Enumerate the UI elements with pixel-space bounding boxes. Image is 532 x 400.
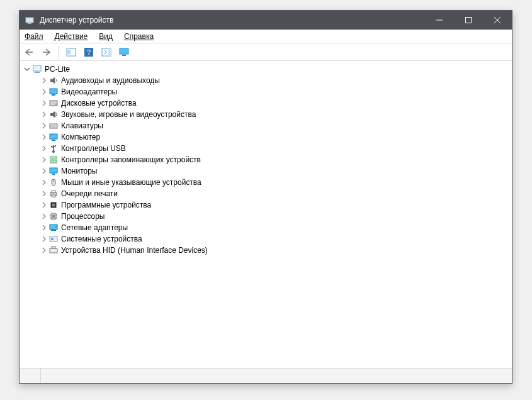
chevron-right-icon[interactable] — [40, 225, 48, 231]
category-label[interactable]: Сетевые адаптеры — [61, 223, 128, 232]
svg-rect-17 — [52, 94, 55, 96]
category-label[interactable]: Клавиатуры — [61, 121, 103, 130]
minimize-button[interactable] — [425, 11, 454, 30]
maximize-button[interactable] — [454, 11, 483, 30]
category-label[interactable]: Дисковые устройства — [61, 99, 137, 108]
category-label[interactable]: Очереди печати — [61, 189, 118, 198]
svg-rect-12 — [120, 48, 128, 54]
svg-rect-29 — [55, 145, 56, 147]
svg-point-26 — [52, 150, 55, 153]
chevron-right-icon[interactable] — [40, 168, 48, 174]
category-label[interactable]: Мониторы — [61, 167, 97, 175]
scan-hardware-button[interactable] — [99, 45, 113, 59]
tree-category-row[interactable]: Контроллеры USB — [22, 143, 512, 154]
chevron-right-icon[interactable] — [40, 100, 48, 106]
chevron-right-icon[interactable] — [40, 179, 48, 186]
tree-category-row[interactable]: Аудиовходы и аудиовыходы — [22, 75, 512, 86]
chevron-right-icon[interactable] — [40, 134, 48, 140]
tree-category-row[interactable]: Мониторы — [22, 165, 512, 177]
chevron-right-icon[interactable] — [40, 111, 48, 118]
svg-rect-31 — [50, 160, 57, 163]
sound-icon — [48, 109, 59, 119]
device-manager-window: Диспетчер устройств Файл Действие Вид Сп… — [19, 10, 512, 384]
svg-rect-57 — [52, 247, 55, 248]
category-label[interactable]: Контроллеры запоминающих устройств — [61, 155, 201, 164]
chevron-right-icon[interactable] — [40, 157, 48, 163]
chevron-right-icon[interactable] — [40, 77, 48, 84]
category-label[interactable]: Компьютер — [61, 133, 100, 142]
category-label[interactable]: Аудиовходы и аудиовыходы — [61, 76, 160, 85]
cpu-icon — [48, 211, 59, 221]
disk-icon — [48, 98, 59, 108]
usb-icon — [48, 143, 59, 153]
keyboard-icon — [48, 121, 59, 131]
svg-rect-3 — [466, 18, 472, 23]
category-label[interactable]: Звуковые, игровые и видеоустройства — [61, 110, 196, 119]
svg-rect-13 — [122, 55, 126, 56]
tree-category-row[interactable]: Контроллеры запоминающих устройств — [22, 154, 512, 165]
menu-view[interactable]: Вид — [96, 31, 115, 42]
chevron-right-icon[interactable] — [40, 191, 48, 197]
menu-file[interactable]: Файл — [22, 31, 46, 42]
svg-rect-1 — [28, 23, 31, 24]
computer-icon — [32, 64, 42, 74]
help-button[interactable]: ? — [82, 45, 96, 59]
status-bar — [20, 368, 512, 383]
toolbar-separator — [59, 46, 59, 58]
audio-icon — [48, 75, 59, 86]
network-icon — [48, 223, 59, 233]
device-tree: PC-Lite Аудиовходы и аудиовыходыВидеоада… — [20, 61, 512, 368]
chevron-right-icon[interactable] — [40, 213, 48, 219]
nav-forward-button[interactable] — [40, 45, 54, 59]
svg-point-28 — [51, 146, 52, 147]
category-label[interactable]: Мыши и иные указывающие устройства — [61, 178, 201, 187]
svg-rect-33 — [52, 174, 55, 175]
chevron-right-icon[interactable] — [40, 145, 48, 152]
menu-action[interactable]: Действие — [52, 31, 91, 42]
chevron-right-icon[interactable] — [40, 236, 48, 242]
category-label[interactable]: Видеоадаптеры — [61, 87, 117, 96]
menu-bar: Файл Действие Вид Справка — [20, 30, 512, 43]
svg-rect-0 — [26, 18, 33, 23]
chevron-down-icon[interactable] — [22, 66, 32, 72]
tree-category-row[interactable]: Видеоадаптеры — [22, 86, 512, 97]
monitor-button[interactable] — [117, 45, 131, 59]
storage-icon — [48, 155, 59, 165]
status-cell — [20, 369, 41, 383]
tree-category-row[interactable]: Программные устройства — [22, 199, 512, 211]
tree-category-row[interactable]: Клавиатуры — [22, 120, 512, 131]
category-label[interactable]: Системные устройства — [61, 235, 142, 243]
svg-rect-14 — [33, 65, 41, 71]
hid-icon — [48, 245, 59, 255]
tree-category-row[interactable]: Устройства HID (Human Interface Devices) — [22, 245, 512, 256]
category-label[interactable]: Контроллеры USB — [61, 144, 126, 153]
svg-text:?: ? — [87, 48, 91, 56]
svg-rect-11 — [108, 48, 111, 56]
show-hide-tree-button[interactable] — [64, 45, 78, 59]
root-label[interactable]: PC-Lite — [45, 65, 70, 74]
tree-category-row[interactable]: Системные устройства — [22, 233, 512, 245]
chevron-right-icon[interactable] — [40, 247, 48, 253]
tree-category-row[interactable]: Сетевые адаптеры — [22, 222, 512, 233]
category-label[interactable]: Устройства HID (Human Interface Devices) — [61, 246, 208, 255]
tree-category-row[interactable]: Очереди печати — [22, 188, 512, 199]
menu-help[interactable]: Справка — [122, 31, 156, 42]
chevron-right-icon[interactable] — [40, 202, 48, 208]
category-label[interactable]: Процессоры — [61, 212, 105, 221]
tree-category-row[interactable]: Процессоры — [22, 211, 512, 222]
svg-rect-15 — [35, 72, 40, 73]
tree-root-row[interactable]: PC-Lite — [22, 64, 512, 75]
tree-category-row[interactable]: Звуковые, игровые и видеоустройства — [22, 109, 512, 120]
tree-category-row[interactable]: Мыши и иные указывающие устройства — [22, 177, 512, 188]
app-icon — [23, 14, 36, 26]
tree-category-row[interactable]: Компьютер — [22, 131, 512, 143]
nav-back-button[interactable] — [22, 45, 36, 59]
toolbar: ? — [20, 43, 512, 61]
chevron-right-icon[interactable] — [40, 123, 48, 129]
svg-rect-37 — [52, 191, 55, 192]
tree-category-row[interactable]: Дисковые устройства — [22, 97, 512, 109]
display-icon — [48, 87, 59, 97]
close-button[interactable] — [483, 11, 512, 30]
category-label[interactable]: Программные устройства — [61, 201, 151, 209]
chevron-right-icon[interactable] — [40, 89, 48, 95]
